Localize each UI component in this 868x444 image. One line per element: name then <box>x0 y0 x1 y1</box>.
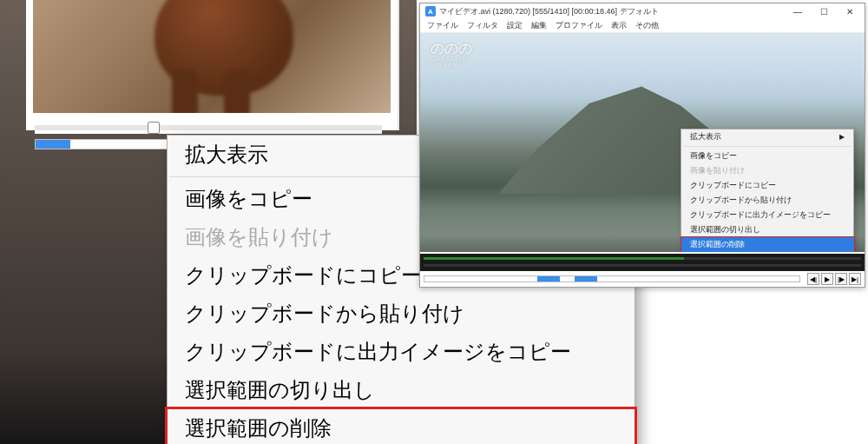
smenu-cut-selection[interactable]: 選択範囲の切り出し <box>681 222 853 237</box>
prev-frame-button[interactable]: ◀| <box>807 273 819 285</box>
menu-view[interactable]: 表示 <box>611 20 627 31</box>
close-button[interactable]: ✕ <box>837 3 863 19</box>
selection-range[interactable] <box>575 276 597 282</box>
menu-item-delete-selection[interactable]: 選択範囲の削除 <box>165 407 637 444</box>
bottom-toolbar: ◀| ▶ |▶ ▶| <box>420 271 865 287</box>
timeline-tracks[interactable] <box>420 254 865 271</box>
titlebar[interactable]: A マイビデオ.avi (1280,720) [555/1410] [00:00… <box>420 3 865 19</box>
menu-file[interactable]: ファイル <box>427 20 458 31</box>
smenu-label: 選択範囲の削除 <box>690 239 745 250</box>
maximize-button[interactable]: ☐ <box>811 3 837 19</box>
logo-text: ののの <box>431 41 472 56</box>
smenu-copy-output[interactable]: クリップボードに出力イメージをコピー <box>681 208 853 222</box>
menu-item-cut-selection[interactable]: 選択範囲の切り出し <box>168 371 635 409</box>
next-frame-button[interactable]: |▶ <box>835 273 847 285</box>
logo-sub1: CREATIVE <box>431 56 472 62</box>
play-button[interactable]: ▶ <box>821 273 833 285</box>
seek-slider[interactable] <box>35 122 382 134</box>
smenu-copy-clipboard[interactable]: クリップボードにコピー <box>681 178 853 193</box>
app-icon: A <box>425 6 436 17</box>
menu-edit[interactable]: 編集 <box>531 20 547 31</box>
menu-label: 拡大表示 <box>185 141 268 169</box>
menu-label: 選択範囲の切り出し <box>185 376 375 404</box>
menu-item-paste-clipboard[interactable]: クリップボードから貼り付け <box>168 295 635 333</box>
seek-bar[interactable] <box>424 275 800 282</box>
menu-label: クリップボードにコピー <box>185 262 422 289</box>
smenu-label: クリップボードにコピー <box>690 180 776 191</box>
smenu-label: 選択範囲の切り出し <box>690 224 760 235</box>
context-menu-small: 拡大表示 ▶ 画像をコピー 画像を貼り付け クリップボードにコピー クリップボー… <box>681 129 854 252</box>
smenu-label: 画像をコピー <box>690 150 737 162</box>
menu-label: 画像を貼り付け <box>185 223 333 251</box>
smenu-paste-image: 画像を貼り付け <box>681 163 853 178</box>
left-video-frame <box>26 0 399 130</box>
video-display[interactable]: ののの CREATIVE LIBRARY 拡大表示 ▶ 画像をコピー 画像を貼り… <box>420 33 865 252</box>
smenu-label: クリップボードに出力イメージをコピー <box>690 209 831 221</box>
menubar: ファイル フィルタ 設定 編集 プロファイル 表示 その他 <box>420 19 865 33</box>
smenu-copy-image[interactable]: 画像をコピー <box>681 149 853 163</box>
menu-settings[interactable]: 設定 <box>507 20 523 31</box>
timeline-clip[interactable] <box>424 257 684 260</box>
window-title: マイビデオ.avi (1280,720) [555/1410] [00:00:1… <box>439 6 785 17</box>
menu-label: クリップボードから貼り付け <box>185 300 464 328</box>
smenu-label: 画像を貼り付け <box>690 165 745 176</box>
menu-profile[interactable]: プロファイル <box>556 20 602 31</box>
minimize-button[interactable]: — <box>785 3 811 19</box>
selection-range[interactable] <box>537 276 560 282</box>
smenu-delete-selection[interactable]: 選択範囲の削除 <box>681 236 855 253</box>
watermark-logo: ののの CREATIVE LIBRARY <box>431 42 472 68</box>
smenu-zoom[interactable]: 拡大表示 ▶ <box>681 129 853 144</box>
last-frame-button[interactable]: ▶| <box>849 273 861 285</box>
menu-other[interactable]: その他 <box>635 20 659 31</box>
video-preview-image <box>33 0 391 113</box>
menu-filter[interactable]: フィルタ <box>467 20 498 31</box>
smenu-label: 拡大表示 <box>690 131 721 142</box>
smenu-label: クリップボードから貼り付け <box>690 195 792 206</box>
menu-label: クリップボードに出力イメージをコピー <box>185 338 571 366</box>
logo-sub2: LIBRARY <box>431 62 472 68</box>
menu-label: 画像をコピー <box>185 185 312 213</box>
smenu-paste-clipboard[interactable]: クリップボードから貼り付け <box>681 193 853 208</box>
chevron-right-icon: ▶ <box>839 133 845 141</box>
menu-label: 選択範囲の削除 <box>185 414 332 442</box>
app-window: A マイビデオ.avi (1280,720) [555/1410] [00:00… <box>419 3 865 288</box>
seek-knob[interactable] <box>148 122 160 134</box>
smenu-separator <box>683 146 852 147</box>
dog-image <box>155 0 293 96</box>
menu-item-copy-output[interactable]: クリップボードに出力イメージをコピー <box>168 333 635 371</box>
